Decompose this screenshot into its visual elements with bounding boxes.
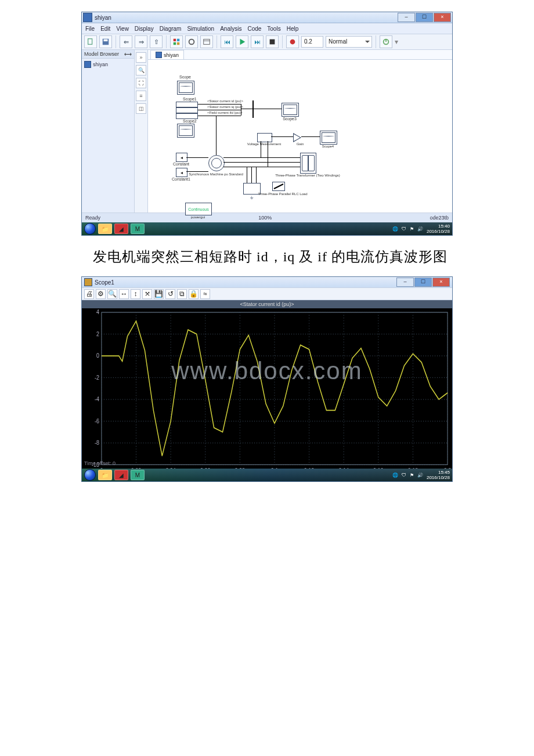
- block-transformer[interactable]: [300, 153, 316, 174]
- canvas-tab[interactable]: shiyan: [150, 50, 184, 59]
- windows-taskbar: 📁 ◢ M 🌐 🛡 ⚑ 🔊 15:45 2016/10/28: [82, 469, 452, 481]
- block-powergui[interactable]: Continuous: [185, 203, 212, 215]
- lock-axes-button[interactable]: 🔒: [189, 289, 199, 299]
- scope-maximize-button[interactable]: ☐: [414, 278, 432, 287]
- autoscale-button[interactable]: ⤧: [142, 289, 152, 299]
- up-button[interactable]: ⇧: [150, 35, 163, 48]
- block-sync-machine[interactable]: [208, 155, 225, 171]
- scope-minimize-button[interactable]: –: [396, 278, 414, 287]
- float-button[interactable]: ⧉: [177, 289, 187, 299]
- stop-button[interactable]: [266, 35, 279, 48]
- record-button[interactable]: [286, 35, 299, 48]
- maximize-button[interactable]: ☐: [416, 13, 433, 22]
- step-back-button[interactable]: ⏮: [221, 35, 233, 48]
- annotations-button[interactable]: ≡: [136, 91, 146, 101]
- block-bus-sel1[interactable]: [176, 102, 198, 107]
- tray-shield-icon[interactable]: 🛡: [402, 473, 406, 478]
- menu-edit[interactable]: Edit: [100, 26, 110, 32]
- block-scope2[interactable]: [177, 124, 194, 138]
- build-button[interactable]: [380, 35, 392, 48]
- svg-rect-2: [104, 39, 108, 42]
- block-constant1[interactable]: ◄: [176, 168, 187, 177]
- wire: [216, 116, 217, 155]
- params-button[interactable]: ⚙: [96, 289, 106, 299]
- svg-rect-3: [174, 39, 176, 41]
- block-scope3-label: Scope3: [283, 117, 297, 121]
- back-button[interactable]: ⇐: [120, 35, 132, 48]
- statusbar: Ready 100% ode23tb: [82, 213, 452, 222]
- model-config-button[interactable]: [185, 35, 198, 48]
- forward-button[interactable]: ⇒: [135, 35, 147, 48]
- wire: [186, 157, 208, 158]
- block-scope[interactable]: [177, 81, 194, 95]
- wire: [271, 136, 293, 137]
- svg-rect-16: [102, 312, 448, 465]
- menu-help[interactable]: Help: [287, 26, 299, 32]
- print-button[interactable]: 🖨: [84, 289, 94, 299]
- model-browser-title: Model Browser: [84, 51, 119, 57]
- browser-collapse-icon[interactable]: ⟷: [124, 51, 132, 57]
- menu-view[interactable]: View: [116, 26, 129, 32]
- block-scope3[interactable]: [282, 103, 299, 117]
- menu-analysis[interactable]: Analysis: [220, 26, 241, 32]
- fit-button[interactable]: ⛶: [136, 78, 146, 88]
- save-button[interactable]: [99, 35, 112, 48]
- tray-volume-icon[interactable]: 🔊: [417, 226, 423, 232]
- restore-axes-button[interactable]: ↺: [165, 289, 175, 299]
- menu-simulation[interactable]: Simulation: [187, 26, 214, 32]
- tray-flag-icon[interactable]: ⚑: [410, 226, 414, 232]
- block-constant[interactable]: ◄: [176, 153, 187, 162]
- run-button[interactable]: [236, 35, 248, 48]
- plot-svg: -10-8-6-4-202400.020.040.060.080.10.120.…: [82, 308, 452, 477]
- step-forward-button[interactable]: ⏭: [251, 35, 264, 48]
- tray-volume-icon[interactable]: 🔊: [417, 473, 423, 478]
- menu-file[interactable]: File: [85, 26, 95, 32]
- start-orb[interactable]: [84, 469, 96, 481]
- svg-text:-6: -6: [95, 417, 99, 424]
- tray-flag-icon[interactable]: ⚑: [410, 473, 414, 478]
- hide-browser-button[interactable]: »: [136, 52, 146, 63]
- task-app-icon[interactable]: ◢: [114, 224, 128, 234]
- start-orb[interactable]: [84, 223, 96, 235]
- task-explorer-icon[interactable]: 📁: [98, 470, 112, 480]
- task-matlab-icon[interactable]: M: [131, 470, 145, 480]
- svg-line-15: [274, 184, 283, 189]
- block-bus-sel3[interactable]: [176, 113, 198, 119]
- tray-shield-icon[interactable]: 🛡: [402, 226, 406, 232]
- tray-network-icon[interactable]: 🌐: [392, 473, 398, 478]
- block-bus-sel2[interactable]: [176, 107, 198, 113]
- library-browser-button[interactable]: [170, 35, 183, 48]
- task-matlab-icon[interactable]: M: [131, 224, 145, 234]
- task-explorer-icon[interactable]: 📁: [98, 224, 112, 234]
- tray-network-icon[interactable]: 🌐: [392, 226, 398, 232]
- task-app-icon[interactable]: ◢: [114, 470, 128, 480]
- block-breaker[interactable]: [272, 182, 285, 191]
- close-button[interactable]: ×: [434, 13, 451, 22]
- svg-marker-10: [240, 39, 246, 45]
- minimize-button[interactable]: –: [398, 13, 415, 22]
- stop-time-input[interactable]: 0.2: [301, 36, 323, 48]
- block-scope4[interactable]: [320, 131, 337, 145]
- menu-tools[interactable]: Tools: [267, 26, 280, 32]
- tree-item-model[interactable]: shiyan: [84, 61, 132, 68]
- zoom-y-button[interactable]: ↕: [131, 289, 140, 299]
- model-explorer-button[interactable]: [200, 35, 213, 48]
- block-voltage-meas[interactable]: [257, 133, 272, 142]
- taskbar-date: 2016/10/28: [427, 229, 450, 234]
- simulation-mode-select[interactable]: Normal: [326, 36, 372, 48]
- model-icon: [156, 52, 162, 58]
- canvas[interactable]: Scope Scope1 <Stator current id (pu)> <S…: [148, 60, 452, 213]
- menu-code[interactable]: Code: [247, 26, 261, 32]
- menu-diagram[interactable]: Diagram: [160, 26, 182, 32]
- zoom-in-button[interactable]: 🔍: [107, 289, 117, 299]
- save-axes-button[interactable]: 💾: [154, 289, 164, 299]
- zoom-x-button[interactable]: ↔: [119, 289, 129, 299]
- signal-select-button[interactable]: ≈: [200, 289, 210, 299]
- new-model-button[interactable]: [84, 35, 97, 48]
- plot-title: <Stator current id (pu)>: [82, 300, 452, 308]
- screenshot-button[interactable]: ◫: [136, 103, 146, 114]
- block-transformer-label: Three-Phase Transformer (Two Windings): [275, 174, 340, 177]
- scope-close-button[interactable]: ×: [432, 278, 450, 287]
- zoom-button[interactable]: 🔍: [136, 65, 146, 75]
- menu-display[interactable]: Display: [135, 26, 154, 32]
